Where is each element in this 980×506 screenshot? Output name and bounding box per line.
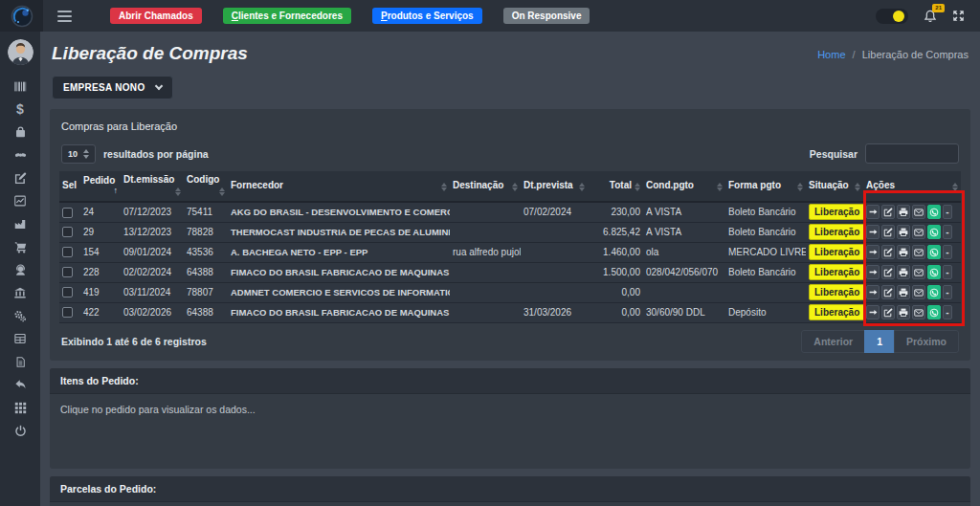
print-order-button[interactable] [897,305,910,319]
row-checkbox[interactable] [62,267,73,277]
power-icon[interactable] [13,424,28,437]
open-order-button[interactable] [866,205,880,219]
more-actions-button[interactable]: - [943,245,952,259]
col-dt-prevista[interactable]: Dt.prevista [521,171,588,202]
app-logo[interactable] [0,0,43,32]
breadcrumb-home-link[interactable]: Home [817,49,845,60]
barcode-icon[interactable] [13,79,28,93]
edit-order-button[interactable] [881,245,895,259]
table-row[interactable]: 422 03/02/2026 64388 FIMACO DO BRASIL FA… [59,302,961,322]
theme-toggle[interactable] [876,9,908,24]
breadcrumb-current: Liberação de Compras [862,49,969,60]
whatsapp-button[interactable] [927,245,941,259]
more-actions-button[interactable]: - [943,285,952,299]
sort-icon [219,187,225,196]
email-order-button[interactable] [912,205,925,219]
gears-icon[interactable] [13,309,28,322]
col-dt-emissao[interactable]: Dt.emissão [121,171,184,202]
company-select[interactable]: EMPRESA NONO [52,76,173,99]
row-checkbox[interactable] [62,287,73,297]
clientes-fornecedores-button[interactable]: Clientes e Fornecedores [223,8,351,24]
produtos-servicos-button[interactable]: Produtos e Serviços [372,8,482,24]
edit-order-button[interactable] [881,205,895,219]
industry-icon[interactable] [13,217,28,231]
open-order-button[interactable] [866,245,880,259]
email-order-button[interactable] [912,265,925,279]
row-checkbox[interactable] [62,307,73,318]
sort-icon [635,183,640,191]
abrir-chamados-button[interactable]: Abrir Chamados [110,8,202,24]
chart-line-icon[interactable] [13,194,28,208]
col-situacao[interactable]: Situação [806,171,863,202]
bank-icon[interactable] [13,286,28,299]
edit-order-button[interactable] [881,285,895,299]
table-icon[interactable] [13,332,28,345]
row-checkbox[interactable] [62,247,73,257]
more-actions-button[interactable]: - [943,265,952,279]
email-order-button[interactable] [912,305,925,319]
whatsapp-button[interactable] [927,225,941,239]
open-order-button[interactable] [866,265,880,279]
col-total[interactable]: Total [588,171,643,202]
notifications-button[interactable]: 21 [924,10,937,23]
fullscreen-button[interactable] [952,10,965,22]
col-codigo[interactable]: Codigo [184,171,228,202]
email-order-button[interactable] [912,245,925,259]
per-page-select[interactable]: 10 [61,144,96,164]
printer-icon [899,268,908,277]
whatsapp-button[interactable] [927,205,941,219]
document-icon[interactable] [13,355,28,368]
grid-icon[interactable] [13,401,28,414]
table-row[interactable]: 419 03/11/2024 78807 ADMNET COMERCIO E S… [59,282,961,302]
pagination-previous-button[interactable]: Anterior [801,330,865,353]
col-forma-pgto[interactable]: Forma pgto [725,171,806,202]
whatsapp-button[interactable] [927,285,941,299]
on-responsive-button[interactable]: On Responsive [503,8,590,24]
pagination-next-button[interactable]: Próximo [894,330,959,353]
print-order-button[interactable] [897,265,910,279]
search-input[interactable] [865,143,959,164]
reply-arrow-icon[interactable] [13,378,28,391]
print-order-button[interactable] [897,205,910,219]
table-row[interactable]: 154 09/01/2024 43536 A. BACHEGA NETO - E… [59,242,961,262]
table-row[interactable]: 29 13/12/2023 78828 THERMOCAST INDUSTRIA… [59,222,961,242]
email-order-button[interactable] [912,285,925,299]
print-order-button[interactable] [897,245,910,259]
handshake-icon[interactable] [13,148,28,162]
more-actions-button[interactable]: - [943,305,952,319]
more-actions-button[interactable]: - [943,225,952,239]
row-checkbox[interactable] [62,227,73,237]
col-destinacao[interactable]: Destinação [450,171,521,202]
open-order-button[interactable] [866,285,880,299]
dollar-icon[interactable]: $ [13,102,28,116]
shopping-bag-icon[interactable] [13,125,28,139]
shopping-cart-icon[interactable] [13,240,28,253]
edit-order-button[interactable] [881,265,895,279]
col-sel[interactable]: Sel [59,171,80,202]
row-actions: - [866,225,958,239]
col-fornecedor[interactable]: Fornecedor [228,171,450,202]
row-checkbox[interactable] [62,208,73,218]
email-order-button[interactable] [912,225,925,239]
whatsapp-button[interactable] [927,305,941,319]
print-order-button[interactable] [897,285,910,299]
menu-toggle-icon[interactable] [57,11,72,22]
table-row[interactable]: 24 07/12/2023 75411 AKG DO BRASIL - DESE… [59,202,961,222]
user-avatar[interactable] [8,39,33,65]
edit-square-icon[interactable] [13,171,28,185]
user-headset-icon[interactable] [13,263,28,276]
col-cond-pgto[interactable]: Cond.pgto [643,171,725,202]
whatsapp-icon [929,208,939,217]
edit-order-button[interactable] [881,225,895,239]
company-select-value: EMPRESA NONO [63,82,145,93]
open-order-button[interactable] [866,225,880,239]
open-order-button[interactable] [866,305,880,319]
col-acoes[interactable]: Ações [863,171,961,202]
whatsapp-button[interactable] [927,265,941,279]
edit-order-button[interactable] [881,305,895,319]
more-actions-button[interactable]: - [943,205,952,219]
pagination-page-1-button[interactable]: 1 [864,330,895,353]
col-pedido[interactable]: Pedido↑ [80,171,121,202]
table-row[interactable]: 228 02/02/2024 64388 FIMACO DO BRASIL FA… [59,262,961,282]
print-order-button[interactable] [897,225,910,239]
